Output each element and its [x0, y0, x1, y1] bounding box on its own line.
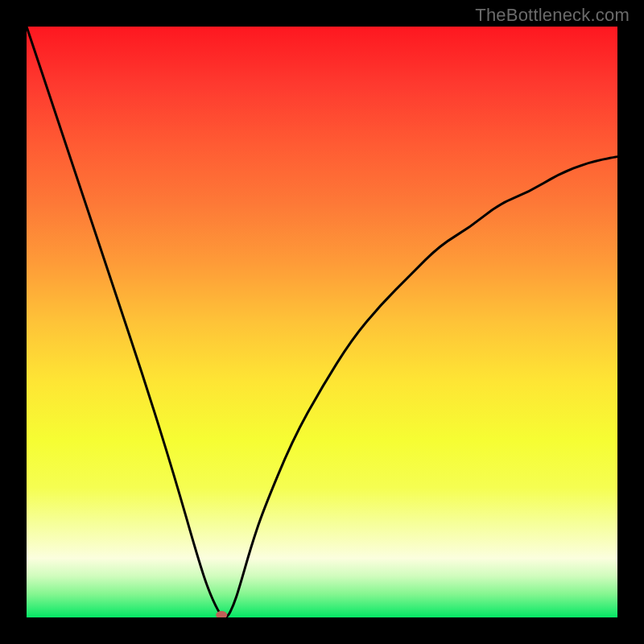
- optimal-point-marker: [216, 611, 227, 617]
- bottleneck-curve: [27, 27, 617, 617]
- chart-svg: [27, 27, 617, 617]
- watermark-text: TheBottleneck.com: [475, 5, 630, 26]
- plot-area: [27, 27, 617, 617]
- chart-stage: TheBottleneck.com: [0, 0, 644, 644]
